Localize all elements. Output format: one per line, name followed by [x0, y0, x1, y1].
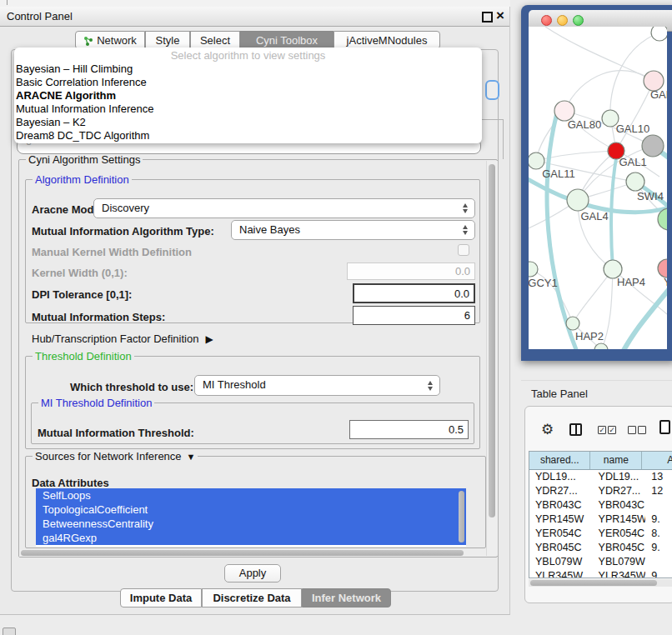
deselect-all-checkbox-icon[interactable]: [638, 426, 646, 434]
network-canvas[interactable]: GALGAL80GAL10GAL1GAL11SWI4GAL4GCY1HAP4YH…: [529, 27, 667, 349]
dpi-tolerance-input[interactable]: [353, 283, 475, 303]
deselect-all-checkbox-icon[interactable]: [628, 426, 636, 434]
close-icon[interactable]: ×: [496, 7, 504, 25]
column-header[interactable]: A: [642, 452, 672, 469]
float-window-icon[interactable]: [482, 12, 493, 22]
manual-kernel-checkbox[interactable]: [458, 244, 469, 256]
tab-jactivemnodules[interactable]: jActiveMNodules: [333, 31, 440, 49]
data-attribute-item[interactable]: BetweennessCentrality: [36, 517, 466, 531]
tab-impute-data[interactable]: Impute Data: [120, 588, 202, 608]
table-row[interactable]: YDL19...YDL19...13: [529, 470, 672, 484]
network-node-gal4[interactable]: [567, 189, 589, 211]
which-threshold-combobox[interactable]: MI Threshold: [194, 375, 440, 396]
algorithm-option[interactable]: Dream8 DC_TDC Algorithm: [14, 129, 482, 142]
network-edge-highlight: [547, 107, 577, 349]
table-cell: YBR045C: [529, 541, 593, 555]
algorithm-option[interactable]: Mutual Information Inference: [14, 102, 482, 116]
table-cell: 9.: [645, 541, 672, 555]
spinner-arrows-icon[interactable]: [427, 380, 434, 392]
spinner-arrows-icon[interactable]: [462, 224, 469, 236]
table-cell: YDL19...: [593, 470, 646, 484]
table-horizontal-scrollbar[interactable]: [529, 579, 672, 587]
column-header[interactable]: name: [590, 452, 642, 469]
sources-title: Sources for Network Inference: [35, 450, 182, 462]
columns-icon[interactable]: [569, 423, 582, 436]
table-cell: YPR145W: [593, 512, 646, 527]
data-attributes-list: SelfLoopsTopologicalCoefficientBetweenne…: [36, 488, 466, 547]
node-label: SWI4: [637, 190, 664, 202]
tab-infer-network[interactable]: Infer Network: [302, 588, 391, 608]
algorithm-option[interactable]: ARACNE Algorithm: [14, 89, 482, 102]
mi-type-label: Mutual Information Algorithm Type:: [32, 225, 214, 238]
data-attribute-item[interactable]: TopologicalCoefficient: [36, 502, 466, 517]
column-header[interactable]: shared...: [529, 452, 590, 469]
algorithm-option[interactable]: Bayesian – K2: [14, 116, 482, 129]
node-label: Y: [664, 276, 667, 288]
network-node[interactable]: [651, 27, 667, 41]
data-attribute-item[interactable]: SelfLoops: [36, 488, 466, 502]
zoom-traffic-light[interactable]: [573, 15, 584, 26]
algorithm-dropdown: Select algorithm to view settings Bayesi…: [14, 48, 482, 143]
expand-arrow-icon[interactable]: ▶: [205, 333, 213, 345]
tab-network[interactable]: Network: [75, 31, 145, 49]
table-cell: YER054C: [593, 527, 646, 541]
close-traffic-light[interactable]: [541, 15, 552, 26]
spinner-arrows-icon[interactable]: [462, 202, 469, 214]
network-node-y[interactable]: [658, 259, 667, 278]
apply-button[interactable]: Apply: [224, 564, 281, 582]
table-row[interactable]: YLR345WYLR345W9.: [529, 569, 672, 578]
new-table-icon[interactable]: [659, 420, 670, 434]
minimized-panel-icon[interactable]: [3, 628, 16, 635]
apply-label: Apply: [239, 567, 267, 579]
node-label: GAL80: [568, 118, 601, 131]
network-node-gcy1[interactable]: [529, 262, 538, 277]
settings-horizontal-scrollbar[interactable]: [19, 549, 486, 557]
mi-steps-input[interactable]: [353, 306, 475, 325]
kernel-width-input[interactable]: [347, 262, 475, 280]
algorithm-option[interactable]: Basic Correlation Inference: [14, 76, 482, 89]
table-row[interactable]: YER054CYER054C8.: [529, 527, 672, 541]
table-row[interactable]: YBR043CYBR043C: [529, 498, 672, 512]
focused-spinner-fragment[interactable]: [485, 80, 499, 100]
tab-select[interactable]: Select: [190, 31, 240, 49]
list-scrollbar-thumb[interactable]: [459, 491, 464, 542]
table-row[interactable]: YBR045CYBR045C9.: [529, 541, 672, 555]
sources-toggle[interactable]: Sources for Network Inference▼: [33, 450, 198, 462]
dpi-tolerance-label: DPI Tolerance [0,1]:: [32, 288, 132, 301]
tab-cyni-toolbox[interactable]: Cyni Toolbox: [240, 31, 333, 49]
node-label: GAL1: [619, 156, 646, 168]
gear-icon[interactable]: ⚙: [541, 422, 554, 437]
network-node[interactable]: [594, 343, 608, 349]
node-label: HAP2: [575, 330, 604, 342]
algorithm-dropdown-placeholder: Select algorithm to view settings: [14, 49, 482, 62]
select-all-checkbox-icon[interactable]: ✓: [598, 426, 606, 434]
tab-style[interactable]: Style: [145, 31, 190, 49]
scrollbar-thumb[interactable]: [21, 550, 464, 556]
mi-threshold-label: Mutual Information Threshold:: [38, 427, 194, 439]
data-attribute-item[interactable]: gal4RGexp: [36, 531, 466, 545]
which-threshold-label: Which threshold to use:: [70, 381, 193, 393]
tab-discretize-data[interactable]: Discretize Data: [202, 588, 302, 608]
select-all-checkbox-icon[interactable]: ✓: [608, 426, 616, 434]
network-node-swi4[interactable]: [626, 172, 644, 191]
table-cell: YLR345W: [593, 569, 646, 578]
table-row[interactable]: YPR145WYPR145W9.: [529, 512, 672, 527]
aracne-mode-combobox[interactable]: Discovery: [93, 198, 475, 218]
algorithm-option[interactable]: Bayesian – Hill Climbing: [14, 62, 482, 76]
minimize-traffic-light[interactable]: [557, 15, 568, 26]
network-edge: [573, 269, 613, 323]
scrollbar-thumb[interactable]: [489, 164, 495, 518]
hub-definition-toggle[interactable]: Hub/Transcription Factor Definition▶: [32, 332, 213, 345]
table-row[interactable]: YDR27...YDR27...12: [529, 484, 672, 498]
network-node[interactable]: [642, 135, 664, 157]
mi-type-combobox[interactable]: Naive Bayes: [231, 220, 475, 240]
mi-threshold-input[interactable]: [349, 420, 469, 439]
table-row[interactable]: YBL079WYBL079W: [529, 555, 672, 569]
scrollbar-thumb[interactable]: [530, 580, 657, 586]
settings-vertical-scrollbar[interactable]: [486, 161, 498, 556]
table-cell: YDR27...: [593, 484, 646, 498]
network-node-hap2[interactable]: [566, 317, 579, 330]
control-panel-window: Control Panel × Network Style Select Cyn…: [0, 7, 510, 615]
network-node-gal11[interactable]: [529, 152, 544, 169]
collapse-arrow-icon[interactable]: ▼: [187, 452, 196, 462]
